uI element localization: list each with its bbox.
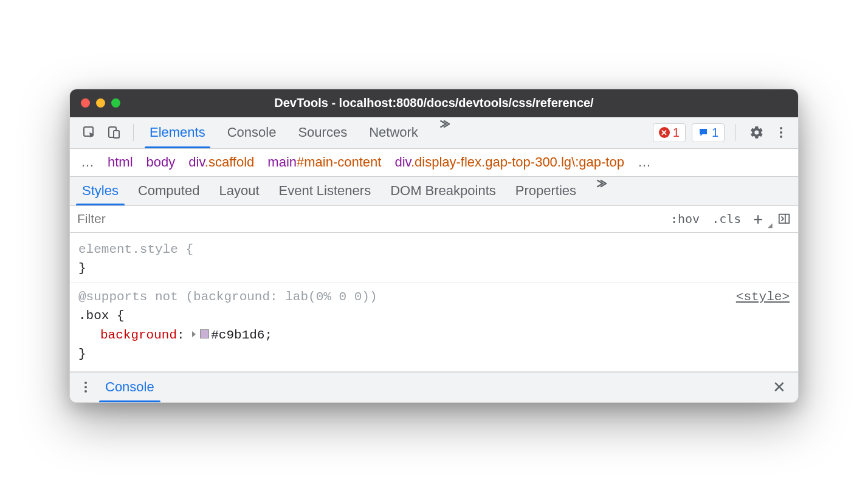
styles-pane: element.style { } <style> @supports not … xyxy=(70,233,798,372)
divider xyxy=(735,124,736,141)
property-name[interactable]: background xyxy=(100,328,177,342)
declaration-row[interactable]: background: #c9b1d6; xyxy=(78,326,790,345)
errors-badge[interactable]: ✕ 1 xyxy=(653,123,686,142)
inspect-element-icon[interactable] xyxy=(80,123,99,142)
subtab-dom-breakpoints[interactable]: DOM Breakpoints xyxy=(381,177,506,205)
svg-rect-2 xyxy=(114,131,119,138)
subtab-computed[interactable]: Computed xyxy=(128,177,210,205)
drawer-tab-console[interactable]: Console xyxy=(94,373,165,402)
rule-separator xyxy=(70,283,798,283)
settings-icon[interactable] xyxy=(747,123,766,142)
resize-corner-icon[interactable]: ◢ xyxy=(768,222,773,228)
maximize-window-button[interactable] xyxy=(111,98,120,108)
close-drawer-button[interactable]: ✕ xyxy=(768,378,791,397)
subtab-properties[interactable]: Properties xyxy=(506,177,586,205)
window-controls xyxy=(81,98,120,108)
devtools-window: DevTools - localhost:8080/docs/devtools/… xyxy=(69,89,799,403)
svg-rect-3 xyxy=(779,215,790,224)
issues-badge[interactable]: 1 xyxy=(692,123,725,142)
subtab-styles[interactable]: Styles xyxy=(72,177,128,205)
drawer-menu-icon[interactable] xyxy=(77,382,94,393)
window-title: DevTools - localhost:8080/docs/devtools/… xyxy=(80,96,788,110)
styles-filter-input[interactable] xyxy=(77,211,664,226)
breadcrumb-ellipsis-left[interactable]: … xyxy=(81,154,94,170)
new-style-rule-button[interactable]: + xyxy=(747,210,769,228)
style-source-link[interactable]: <style> xyxy=(736,287,790,307)
breadcrumb-main[interactable]: main#main-content xyxy=(267,154,381,170)
dom-breadcrumb: … html body div.scaffold main#main-conte… xyxy=(70,149,798,177)
hov-toggle[interactable]: :hov xyxy=(664,211,706,226)
styles-filter-bar: :hov .cls + ◢ xyxy=(70,206,798,233)
supports-rule[interactable]: <style> @supports not (background: lab(0… xyxy=(78,285,790,366)
main-toolbar: Elements Console Sources Network ✕ 1 1 xyxy=(70,117,798,149)
toolbar-right: ✕ 1 1 xyxy=(653,123,793,142)
divider xyxy=(133,124,134,141)
subtab-event-listeners[interactable]: Event Listeners xyxy=(269,177,381,205)
more-subtabs-icon[interactable] xyxy=(586,177,614,205)
subtab-layout[interactable]: Layout xyxy=(209,177,269,205)
tab-elements[interactable]: Elements xyxy=(139,117,216,148)
breadcrumb-ellipsis-right[interactable]: … xyxy=(638,154,651,170)
cls-toggle[interactable]: .cls xyxy=(706,211,747,226)
close-brace: } xyxy=(78,347,86,361)
breadcrumb-div-flex[interactable]: div.display-flex.gap-top-300.lg\:gap-top xyxy=(394,154,624,170)
element-style-header: element.style { xyxy=(78,242,193,256)
element-style-rule[interactable]: element.style { } xyxy=(78,238,790,281)
expand-shorthand-icon[interactable] xyxy=(192,331,196,337)
kebab-menu-icon[interactable] xyxy=(773,127,790,138)
toolbar-left xyxy=(75,123,128,142)
breadcrumb-html[interactable]: html xyxy=(108,154,133,170)
drawer: Console ✕ xyxy=(70,372,798,402)
styles-subtabs: Styles Computed Layout Event Listeners D… xyxy=(70,177,798,206)
error-icon: ✕ xyxy=(659,127,670,138)
close-brace: } xyxy=(78,261,86,275)
issues-icon xyxy=(698,127,709,138)
issues-count: 1 xyxy=(712,126,718,140)
breadcrumb-div-scaffold[interactable]: div.scaffold xyxy=(188,154,254,170)
tab-network[interactable]: Network xyxy=(358,117,429,148)
device-toolbar-icon[interactable] xyxy=(104,123,123,142)
titlebar: DevTools - localhost:8080/docs/devtools/… xyxy=(70,89,798,117)
at-supports-header: @supports not (background: lab(0% 0 0)) xyxy=(78,290,377,304)
close-window-button[interactable] xyxy=(81,98,90,108)
property-value[interactable]: #c9b1d6 xyxy=(211,328,264,342)
minimize-window-button[interactable] xyxy=(96,98,105,108)
selector-box[interactable]: .box { xyxy=(78,309,125,323)
tab-console[interactable]: Console xyxy=(216,117,288,148)
more-tabs-icon[interactable] xyxy=(429,117,457,148)
computed-panel-toggle-icon[interactable] xyxy=(777,212,791,225)
breadcrumb-body[interactable]: body xyxy=(146,154,176,170)
main-tabs: Elements Console Sources Network xyxy=(139,117,457,148)
tab-sources[interactable]: Sources xyxy=(287,117,358,148)
color-swatch[interactable] xyxy=(200,329,209,338)
errors-count: 1 xyxy=(673,126,680,140)
